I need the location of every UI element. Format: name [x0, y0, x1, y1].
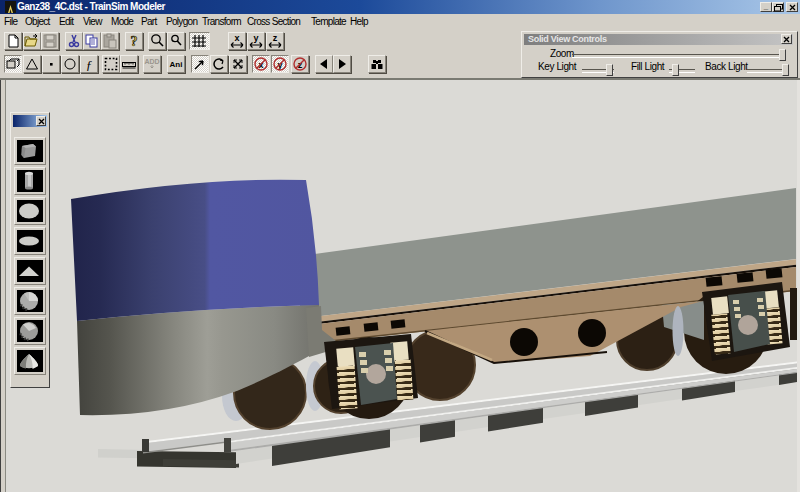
- svg-text:?: ?: [131, 34, 138, 49]
- svg-text:y: y: [253, 33, 258, 43]
- svg-text:ƒ: ƒ: [86, 57, 93, 72]
- svg-text:x: x: [234, 33, 239, 43]
- svg-text:z: z: [273, 33, 278, 43]
- svg-text:Ani: Ani: [170, 60, 183, 69]
- svg-text:ADD: ADD: [144, 58, 159, 65]
